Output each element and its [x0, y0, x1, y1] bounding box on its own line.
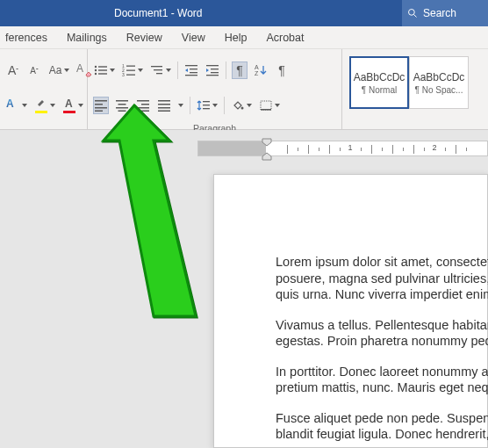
svg-rect-20 — [185, 75, 197, 76]
line-spacing[interactable] — [196, 97, 219, 114]
svg-rect-17 — [185, 65, 197, 66]
decrease-indent[interactable] — [183, 61, 199, 79]
body-text[interactable]: Vivamus a tellus. Pellentesque habitant … — [276, 317, 487, 350]
align-right-icon — [136, 99, 150, 112]
style-name: ¶ No Spac... — [415, 85, 463, 95]
body-text[interactable]: Fusce aliquet pede non pede. Suspendissb… — [276, 410, 487, 443]
svg-point-0 — [409, 10, 415, 16]
shrink-font-icon: A — [30, 66, 36, 76]
styles-group-label — [342, 116, 488, 130]
style-preview: AaBbCcDc — [354, 71, 405, 83]
font-color-icon: A — [62, 98, 76, 113]
align-menu[interactable] — [177, 97, 184, 114]
numbering-icon: 123 — [122, 64, 136, 76]
indent-icon — [205, 64, 219, 76]
numbering[interactable]: 123 — [121, 61, 144, 79]
svg-rect-36 — [141, 104, 149, 105]
svg-rect-14 — [151, 66, 162, 67]
multilevel-icon — [150, 64, 164, 76]
ribbon-tabs: ferences Mailings Review View Help Acrob… — [0, 26, 488, 49]
svg-rect-23 — [211, 72, 219, 73]
style-no-spacing[interactable]: AaBbCcDc ¶ No Spac... — [409, 56, 469, 109]
svg-rect-30 — [95, 111, 103, 112]
align-center-icon — [115, 99, 129, 112]
svg-rect-31 — [116, 100, 128, 102]
tab-help[interactable]: Help — [225, 32, 248, 44]
grow-font[interactable]: Aˆ — [5, 61, 21, 79]
sort-icon: AZ — [254, 64, 268, 76]
justify[interactable] — [156, 97, 172, 114]
svg-point-2 — [95, 66, 97, 68]
ruler-label: 2 — [432, 143, 436, 152]
change-case[interactable]: Aa — [47, 61, 70, 79]
highlight[interactable] — [33, 97, 56, 114]
svg-rect-3 — [98, 66, 107, 67]
shading[interactable] — [230, 97, 253, 114]
font-group: Aˆ Aˇ Aa A A A — [0, 49, 88, 130]
multilevel-list[interactable] — [149, 61, 172, 79]
svg-rect-48 — [261, 109, 271, 111]
search-box[interactable] — [402, 0, 488, 26]
svg-point-6 — [95, 73, 97, 75]
text-effects-icon: A — [6, 98, 20, 113]
font-color[interactable]: A — [61, 97, 84, 114]
title-bar: Document1 - Word — [0, 0, 488, 26]
sort[interactable]: AZ — [253, 61, 269, 79]
change-case-icon: Aa — [49, 64, 62, 76]
tab-view[interactable]: View — [182, 32, 205, 44]
bullets[interactable] — [93, 61, 116, 79]
borders[interactable] — [258, 97, 281, 114]
horizontal-ruler[interactable]: 1 2 — [197, 141, 488, 156]
align-right[interactable] — [135, 97, 151, 114]
tab-acrobat[interactable]: Acrobat — [266, 32, 304, 44]
align-center[interactable] — [114, 97, 130, 114]
border-icon — [259, 99, 273, 112]
svg-point-46 — [241, 107, 244, 110]
show-hide-marks[interactable]: ¶ — [232, 61, 248, 79]
pilcrow-icon: ¶ — [278, 63, 285, 77]
styles-gallery[interactable]: AaBbCcDc ¶ Normal AaBbCcDc ¶ No Spac... — [349, 53, 488, 112]
tab-references[interactable]: ferences — [5, 32, 47, 44]
highlight-icon — [34, 98, 48, 113]
svg-rect-28 — [95, 104, 103, 105]
svg-rect-9 — [126, 66, 135, 67]
svg-text:A: A — [255, 64, 259, 70]
svg-line-1 — [414, 15, 417, 18]
svg-rect-13 — [126, 75, 135, 76]
line-spacing-icon — [197, 99, 211, 112]
text-effects[interactable]: A — [5, 97, 28, 114]
body-text[interactable]: Lorem ipsum dolor sit amet, consectetupo… — [276, 254, 487, 303]
svg-rect-44 — [203, 105, 210, 105]
svg-rect-24 — [206, 75, 219, 76]
svg-rect-34 — [118, 111, 126, 112]
svg-rect-5 — [98, 69, 107, 70]
svg-rect-33 — [116, 107, 128, 109]
window-title: Document1 - Word — [114, 7, 202, 19]
style-normal[interactable]: AaBbCcDc ¶ Normal — [349, 56, 409, 109]
svg-rect-29 — [95, 107, 107, 109]
svg-rect-32 — [118, 104, 126, 105]
ribbon: Aˆ Aˇ Aa A A A — [0, 49, 488, 130]
tab-mailings[interactable]: Mailings — [67, 32, 107, 44]
align-left[interactable] — [93, 97, 109, 114]
bucket-icon — [231, 99, 245, 112]
svg-rect-40 — [158, 104, 170, 105]
svg-rect-7 — [98, 73, 107, 74]
pilcrow-icon: ¶ — [236, 63, 243, 77]
justify-icon — [157, 99, 171, 112]
svg-rect-35 — [137, 100, 149, 102]
body-text[interactable]: In porttitor. Donec laoreet nonummy augp… — [276, 364, 487, 396]
paragraph-group: 123 ¶ AZ ¶ — [88, 49, 342, 130]
svg-rect-16 — [156, 73, 162, 74]
document-page[interactable]: Lorem ipsum dolor sit amet, consectetupo… — [213, 174, 488, 448]
show-formatting[interactable]: ¶ — [274, 61, 290, 79]
tab-review[interactable]: Review — [126, 32, 162, 44]
svg-rect-47 — [261, 101, 271, 110]
svg-rect-42 — [158, 111, 170, 112]
svg-text:Z: Z — [255, 70, 259, 76]
increase-indent[interactable] — [205, 61, 220, 79]
indent-marker-icon[interactable] — [262, 138, 272, 161]
search-input[interactable] — [423, 7, 476, 19]
svg-rect-27 — [95, 100, 107, 102]
shrink-font[interactable]: Aˇ — [26, 61, 42, 79]
